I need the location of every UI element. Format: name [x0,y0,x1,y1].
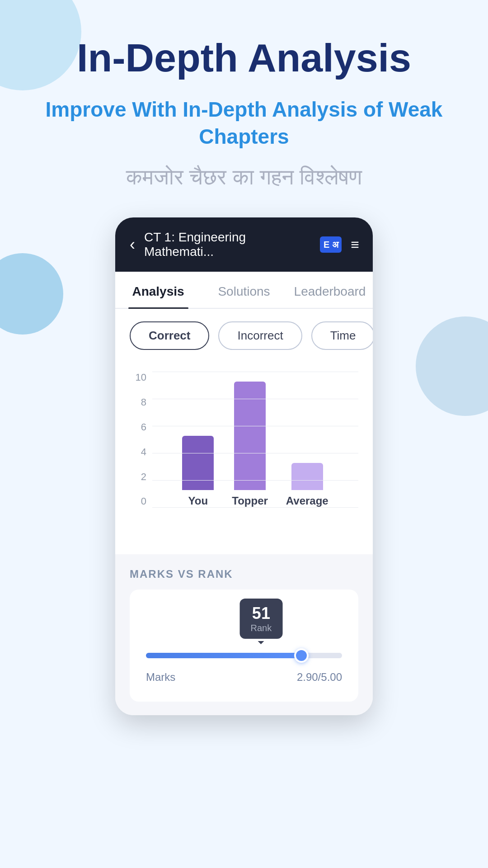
hamburger-icon[interactable]: ≡ [351,236,358,253]
tabs-row: Analysis Solutions Leaderboard [115,272,373,309]
marks-row: Marks 2.90/5.00 [146,671,342,684]
slider-fill [146,653,307,658]
y-label-0: 0 [130,495,150,507]
tab-leaderboard[interactable]: Leaderboard [287,272,373,308]
marks-rank-card: 51 Rank Marks 2.90/5.00 [130,590,358,702]
grid-line-0 [152,507,358,508]
marks-value: 2.90/5.00 [297,671,342,684]
marks-rank-section: MARKS VS RANK 51 Rank Marks 2.90/5.00 [115,554,373,715]
filter-correct[interactable]: Correct [130,321,209,350]
chart-area: 10 8 6 4 2 0 [115,363,373,549]
subtitle-english: Improve With In-Depth Analysis of Weak C… [27,96,461,151]
subtitle-hindi: कमजोर चैछर का गहन विश्लेषण [27,165,461,190]
book-icon: E अ [320,236,342,253]
nav-title: CT 1: Engineering Mathemati... [144,230,311,259]
bar-chart: 10 8 6 4 2 0 [130,372,358,534]
y-axis: 10 8 6 4 2 0 [130,372,150,507]
slider-track[interactable] [146,653,342,658]
tab-analysis[interactable]: Analysis [115,272,201,308]
slider-thumb[interactable] [294,648,309,663]
grid-line-6 [152,426,358,426]
filter-time[interactable]: Time [311,321,373,350]
phone-mockup: ‹ CT 1: Engineering Mathemati... E अ ≡ A… [115,217,373,715]
tab-solutions[interactable]: Solutions [201,272,287,308]
grid-line-4 [152,453,358,453]
filter-row: Correct Incorrect Time [115,309,373,363]
y-label-6: 6 [130,421,150,433]
rank-tooltip: 51 Rank [240,599,283,639]
main-title: In-Depth Analysis [27,36,461,80]
y-label-10: 10 [130,372,150,383]
phone-navbar: ‹ CT 1: Engineering Mathemati... E अ ≡ [115,217,373,272]
grid-line-2 [152,480,358,481]
marks-rank-title: MARKS VS RANK [130,568,358,580]
y-label-8: 8 [130,396,150,408]
rank-number: 51 [251,604,272,623]
grid-line-8 [152,399,358,399]
y-label-2: 2 [130,471,150,483]
marks-label: Marks [146,671,175,684]
y-label-4: 4 [130,446,150,458]
filter-incorrect[interactable]: Incorrect [218,321,302,350]
grid-line-10 [152,372,358,372]
back-icon[interactable]: ‹ [130,235,135,254]
grid-lines [152,372,358,507]
rank-label: Rank [251,623,272,633]
